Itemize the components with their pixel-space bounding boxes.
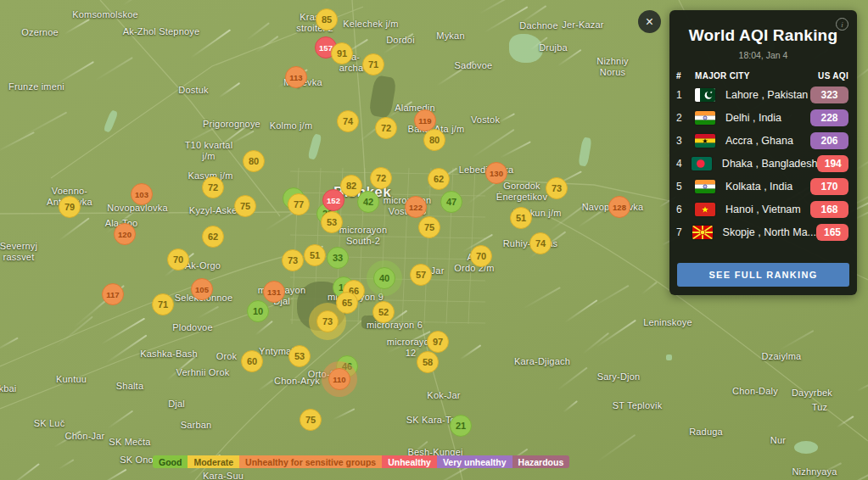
map-place-label: Gorodok Ėnergetikov: [496, 181, 547, 202]
aqi-marker[interactable]: 62: [428, 168, 450, 190]
aqi-marker[interactable]: 74: [337, 110, 359, 132]
country-flag-icon: [695, 203, 715, 216]
aqi-legend: GoodModerateUnhealthy for sensitive grou…: [153, 455, 569, 468]
city-name: Hanoi , Vietnam: [725, 204, 801, 215]
ranking-row[interactable]: 5 Kolkata , India 170: [676, 175, 848, 198]
map-place-label: Dachnoe: [519, 20, 557, 31]
aqi-marker[interactable]: 97: [427, 331, 449, 353]
aqi-marker[interactable]: 10: [247, 300, 269, 322]
aqi-marker[interactable]: 72: [375, 117, 397, 139]
country-flag-icon: [695, 134, 715, 148]
aqi-marker[interactable]: 57: [410, 264, 432, 286]
aqi-marker[interactable]: 21: [450, 415, 472, 437]
city-name: Lahore , Pakistan: [725, 89, 808, 101]
aqi-marker[interactable]: 71: [362, 53, 384, 75]
aqi-marker[interactable]: 40: [373, 267, 395, 289]
ranking-row[interactable]: 1 Lahore , Pakistan 323: [676, 83, 848, 106]
aqi-marker[interactable]: 80: [423, 129, 445, 151]
aqi-badge: 228: [810, 109, 848, 126]
aqi-marker[interactable]: 74: [529, 232, 552, 254]
ranking-row[interactable]: 6 Hanoi , Vietnam 168: [676, 198, 848, 220]
aqi-marker[interactable]: 62: [202, 226, 224, 248]
aqi-marker[interactable]: 113: [285, 66, 307, 88]
map-place-label: SK Mečta: [109, 437, 150, 448]
aqi-marker[interactable]: 130: [485, 162, 507, 184]
aqi-marker[interactable]: 75: [234, 195, 256, 217]
aqi-marker[interactable]: 82: [340, 175, 362, 197]
aqi-marker[interactable]: 128: [608, 196, 630, 218]
aqi-marker[interactable]: 65: [336, 292, 358, 314]
aqi-marker[interactable]: 117: [102, 283, 124, 305]
aqi-marker[interactable]: 152: [322, 189, 344, 211]
map-place-label: Ak-Zhol Stepnoye: [123, 26, 200, 37]
aqi-marker[interactable]: 75: [418, 216, 440, 238]
map-place-label: Raduga: [689, 427, 723, 438]
map-place-label: Nur: [770, 435, 786, 446]
ranking-row[interactable]: 2 Delhi , India 228: [676, 106, 848, 129]
aqi-marker[interactable]: 51: [510, 207, 532, 229]
aqi-marker[interactable]: 71: [152, 293, 174, 315]
legend-item: Unhealthy: [382, 455, 437, 468]
aqi-marker[interactable]: 110: [328, 368, 350, 390]
aqi-marker[interactable]: 77: [288, 193, 310, 215]
map-place-label: Kyzyl-Asker: [189, 205, 240, 216]
aqi-marker[interactable]: 47: [440, 191, 462, 213]
rank-cell: 7: [676, 226, 692, 238]
map-place-label: Sadovoe: [455, 60, 493, 71]
see-full-ranking-button[interactable]: SEE FULL RANKING: [677, 263, 849, 287]
aqi-marker[interactable]: 75: [300, 409, 322, 431]
map-place-label: Ozernoe: [21, 27, 59, 38]
aqi-marker[interactable]: 42: [357, 191, 379, 213]
map-place-label: Prigorognoye: [203, 119, 260, 130]
aqi-marker[interactable]: 51: [304, 244, 326, 266]
panel-title: World AQI Ranking: [669, 26, 857, 45]
aqi-marker[interactable]: 53: [288, 345, 311, 367]
map-place-label: Djal: [168, 399, 185, 410]
aqi-marker[interactable]: 70: [470, 245, 492, 267]
map-place-label: Dzaiylma: [762, 351, 802, 362]
map-place-label: Sarban: [181, 420, 212, 431]
map-place-label: Frunze imeni: [8, 81, 64, 92]
ranking-row[interactable]: 3 Accra , Ghana 206: [676, 129, 848, 152]
aqi-marker[interactable]: 79: [59, 196, 81, 218]
aqi-marker[interactable]: 73: [546, 177, 568, 199]
legend-item: Good: [153, 455, 188, 468]
aqi-map-app: KomsomolskoeOzernoeAk-Zhol StepnoyeFrunz…: [0, 0, 868, 480]
aqi-marker[interactable]: 70: [167, 248, 189, 271]
header-city: MAJOR CITY: [695, 71, 750, 81]
aqi-marker[interactable]: 122: [405, 196, 427, 218]
map-place-label: Drujba: [539, 42, 568, 53]
aqi-marker[interactable]: 105: [191, 278, 213, 300]
aqi-marker[interactable]: 53: [321, 211, 343, 233]
aqi-marker[interactable]: 91: [331, 42, 353, 64]
map-place-label: ST Teplovik: [613, 400, 663, 411]
ranking-row[interactable]: 7 Skopje , North Ma... 165: [676, 220, 848, 243]
aqi-marker[interactable]: 103: [131, 183, 153, 205]
city-name: Kolkata , India: [725, 181, 792, 193]
map-place-label: Verhnii Orok: [176, 367, 230, 378]
info-icon[interactable]: i: [836, 18, 848, 31]
map-place-label: Ak-Orgo: [185, 260, 221, 271]
legend-item: Very unhealthy: [437, 455, 512, 468]
aqi-marker[interactable]: 72: [370, 167, 392, 189]
aqi-marker[interactable]: 73: [282, 249, 304, 271]
aqi-badge: 194: [817, 155, 848, 172]
map-place-label: Komsomolskoe: [72, 9, 138, 20]
country-flag-icon: [695, 88, 715, 102]
aqi-marker[interactable]: 58: [417, 351, 439, 373]
aqi-marker[interactable]: 85: [316, 8, 338, 31]
aqi-marker[interactable]: 52: [372, 301, 395, 323]
city-name: Delhi , India: [725, 112, 781, 124]
aqi-marker[interactable]: 60: [241, 350, 263, 372]
aqi-marker[interactable]: 120: [114, 223, 136, 245]
close-panel-button[interactable]: ×: [638, 10, 661, 33]
map-place-label: T10 kvartal j/m: [185, 140, 233, 161]
aqi-marker[interactable]: 33: [327, 247, 349, 269]
aqi-marker[interactable]: 73: [316, 310, 339, 332]
legend-item: Unhealthy for sensitive groups: [239, 455, 382, 468]
ranking-row[interactable]: 4 Dhaka , Bangladesh 194: [676, 152, 848, 175]
map-place-label: Nizhnyaya: [792, 466, 837, 477]
aqi-marker[interactable]: 80: [243, 150, 265, 172]
aqi-marker[interactable]: 131: [263, 281, 285, 303]
aqi-marker[interactable]: 72: [202, 176, 224, 198]
